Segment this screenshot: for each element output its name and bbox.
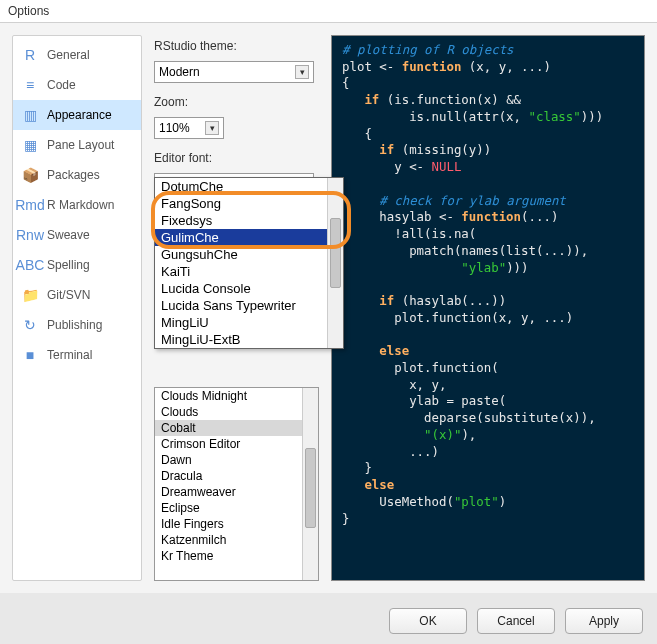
spelling-icon: ABC — [21, 256, 39, 274]
scrollbar[interactable] — [327, 178, 343, 348]
sidebar-item-label: Packages — [47, 168, 100, 182]
sidebar-item-label: R Markdown — [47, 198, 114, 212]
code-preview: # plotting of R objects plot <- function… — [331, 35, 645, 581]
sidebar-item-label: Sweave — [47, 228, 90, 242]
editor-theme-option[interactable]: Idle Fingers — [155, 516, 318, 532]
appearance-settings: RStudio theme: Modern ▾ Zoom: 110% ▾ Edi… — [154, 35, 319, 581]
pane-layout-icon: ▦ — [21, 136, 39, 154]
font-option[interactable]: MingLiU-ExtB — [155, 331, 343, 348]
editor-theme-option[interactable]: Kr Theme — [155, 548, 318, 564]
sidebar-item-packages[interactable]: 📦Packages — [13, 160, 141, 190]
font-option[interactable]: GulimChe — [155, 229, 343, 246]
git-svn-icon: 📁 — [21, 286, 39, 304]
theme-select-value: Modern — [159, 65, 200, 79]
font-option[interactable]: FangSong — [155, 195, 343, 212]
sidebar-item-general[interactable]: RGeneral — [13, 40, 141, 70]
dialog-buttons: OK Cancel Apply — [389, 608, 643, 634]
theme-label: RStudio theme: — [154, 39, 319, 53]
window-title: Options — [0, 0, 657, 23]
sidebar-item-label: Spelling — [47, 258, 90, 272]
zoom-select-value: 110% — [159, 121, 190, 135]
ok-button[interactable]: OK — [389, 608, 467, 634]
font-option[interactable]: GungsuhChe — [155, 246, 343, 263]
sidebar-item-pane-layout[interactable]: ▦Pane Layout — [13, 130, 141, 160]
general-icon: R — [21, 46, 39, 64]
sidebar-item-spelling[interactable]: ABCSpelling — [13, 250, 141, 280]
scroll-thumb[interactable] — [305, 448, 316, 528]
r-markdown-icon: Rmd — [21, 196, 39, 214]
sidebar-item-label: Terminal — [47, 348, 92, 362]
font-option[interactable]: Lucida Sans Typewriter — [155, 297, 343, 314]
sidebar-item-label: Appearance — [47, 108, 112, 122]
sidebar-item-label: Publishing — [47, 318, 102, 332]
chevron-down-icon: ▾ — [295, 65, 309, 79]
apply-button[interactable]: Apply — [565, 608, 643, 634]
category-sidebar: RGeneral≡Code▥Appearance▦Pane Layout📦Pac… — [12, 35, 142, 581]
editor-theme-option[interactable]: Katzenmilch — [155, 532, 318, 548]
dialog-body: RGeneral≡Code▥Appearance▦Pane Layout📦Pac… — [0, 23, 657, 593]
sidebar-item-label: Pane Layout — [47, 138, 114, 152]
editor-theme-option[interactable]: Eclipse — [155, 500, 318, 516]
editor-theme-option[interactable]: Clouds Midnight — [155, 388, 318, 404]
sidebar-item-r-markdown[interactable]: RmdR Markdown — [13, 190, 141, 220]
sidebar-item-sweave[interactable]: RnwSweave — [13, 220, 141, 250]
sweave-icon: Rnw — [21, 226, 39, 244]
code-icon: ≡ — [21, 76, 39, 94]
scroll-thumb[interactable] — [330, 218, 341, 288]
editor-theme-option[interactable]: Dracula — [155, 468, 318, 484]
sidebar-item-terminal[interactable]: ■Terminal — [13, 340, 141, 370]
packages-icon: 📦 — [21, 166, 39, 184]
chevron-down-icon: ▾ — [205, 121, 219, 135]
editor-theme-option[interactable]: Cobalt — [155, 420, 318, 436]
font-option[interactable]: KaiTi — [155, 263, 343, 280]
editor-theme-option[interactable]: Clouds — [155, 404, 318, 420]
editor-theme-option[interactable]: Dawn — [155, 452, 318, 468]
scrollbar[interactable] — [302, 388, 318, 580]
font-option[interactable]: Fixedsys — [155, 212, 343, 229]
font-option[interactable]: DotumChe — [155, 178, 343, 195]
editor-theme-option[interactable]: Dreamweaver — [155, 484, 318, 500]
sidebar-item-git-svn[interactable]: 📁Git/SVN — [13, 280, 141, 310]
sidebar-item-code[interactable]: ≡Code — [13, 70, 141, 100]
font-option[interactable]: MingLiU — [155, 314, 343, 331]
sidebar-item-publishing[interactable]: ↻Publishing — [13, 310, 141, 340]
font-option[interactable]: Lucida Console — [155, 280, 343, 297]
publishing-icon: ↻ — [21, 316, 39, 334]
zoom-label: Zoom: — [154, 95, 319, 109]
theme-select[interactable]: Modern ▾ — [154, 61, 314, 83]
cancel-button[interactable]: Cancel — [477, 608, 555, 634]
sidebar-item-label: Git/SVN — [47, 288, 90, 302]
appearance-icon: ▥ — [21, 106, 39, 124]
zoom-select[interactable]: 110% ▾ — [154, 117, 224, 139]
sidebar-item-label: General — [47, 48, 90, 62]
editor-font-dropdown[interactable]: DotumCheFangSongFixedsysGulimCheGungsuhC… — [154, 177, 344, 349]
editor-theme-option[interactable]: Crimson Editor — [155, 436, 318, 452]
editor-font-label: Editor font: — [154, 151, 319, 165]
sidebar-item-appearance[interactable]: ▥Appearance — [13, 100, 141, 130]
terminal-icon: ■ — [21, 346, 39, 364]
sidebar-item-label: Code — [47, 78, 76, 92]
editor-theme-listbox[interactable]: Clouds MidnightCloudsCobaltCrimson Edito… — [154, 387, 319, 581]
